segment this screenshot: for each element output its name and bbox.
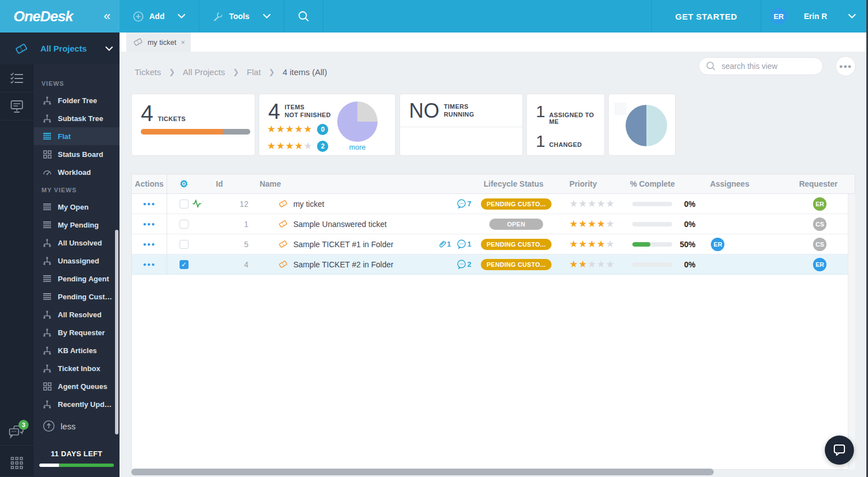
row-actions-button[interactable]: ●●● [143, 261, 156, 267]
view-search[interactable] [699, 57, 823, 75]
table-row[interactable]: ●●● 1 Sample Unanswered ticket [132, 214, 855, 234]
sidebar-item-pending-cust-[interactable]: Pending Cust… [34, 288, 120, 305]
header-requester[interactable]: Requester [785, 179, 855, 188]
comments-indicator[interactable]: 2 [457, 260, 471, 269]
view-options-button[interactable]: ●●● [835, 56, 856, 76]
sidebar-item-folder-tree[interactable]: Folder Tree [34, 91, 120, 109]
rail-tasks-button[interactable] [0, 64, 34, 92]
user-avatar[interactable]: CS [813, 217, 826, 231]
trial-days-left: 11 DAYS LEFT [34, 450, 120, 458]
row-checkbox[interactable] [180, 220, 189, 229]
comments-indicator[interactable]: 1 [457, 239, 471, 249]
header-name[interactable]: Name [253, 179, 477, 188]
sidebar-item-label: Ticket Inbox [58, 364, 100, 373]
user-avatar[interactable]: ER [770, 8, 787, 25]
ticket-name[interactable]: Sample TICKET #1 in Folder [293, 240, 393, 249]
sidebar-item-workload[interactable]: Workload [34, 163, 120, 181]
row-actions-button[interactable]: ●●● [143, 241, 156, 247]
view-search-input[interactable] [722, 62, 811, 71]
sidebar-item-all-unsolved[interactable]: All Unsolved [34, 234, 120, 252]
user-avatar[interactable]: CS [813, 238, 826, 251]
sidebar-item-label: Workload [58, 168, 91, 177]
user-avatar[interactable]: ER [813, 258, 826, 271]
global-search-button[interactable] [284, 0, 323, 33]
user-avatar[interactable]: ER [813, 197, 826, 211]
header-assignees[interactable]: Assignees [701, 179, 785, 188]
sidebar-item-agent-queues[interactable]: Agent Queues [34, 377, 120, 395]
flat-icon [42, 221, 53, 229]
sidebar-item-kb-articles[interactable]: KB Articles [34, 341, 120, 359]
show-less-button[interactable]: less [34, 420, 120, 432]
header-lifecycle-status[interactable]: Lifecycle Status [477, 179, 555, 188]
sidebar-item-by-requester[interactable]: By Requester [34, 323, 120, 341]
sidebar-item-my-pending[interactable]: My Pending [34, 216, 120, 234]
priority-stars[interactable]: ★★★★★ [570, 239, 615, 249]
breadcrumb-link[interactable]: Tickets [135, 67, 161, 77]
complete-progress-bar [632, 202, 672, 206]
requester-cell[interactable]: CS [785, 238, 855, 251]
horizontal-scrollbar[interactable] [131, 469, 714, 475]
attachments-indicator[interactable]: 1 [438, 240, 451, 248]
requester-cell[interactable]: ER [785, 258, 855, 271]
header-id[interactable]: Id [208, 179, 253, 188]
gear-icon[interactable]: ⚙ [180, 178, 188, 190]
sidebar-item-unassigned[interactable]: Unassigned [34, 252, 120, 270]
table-row[interactable]: ●●● 12 my ticket 7 P [132, 194, 855, 214]
add-menu-button[interactable]: Add [120, 0, 199, 33]
get-started-button[interactable]: GET STARTED [651, 0, 761, 33]
table-row[interactable]: ●●● ✓ 4 Sample TICKET #2 in Folder 2 [132, 254, 855, 275]
rail-apps-button[interactable] [0, 449, 34, 477]
priority-stars[interactable]: ★★★★★ [570, 219, 615, 229]
my-stats-card: 1 ASSIGNED TO ME 1 CHANGED [526, 94, 605, 156]
user-menu[interactable]: ER Erin R [761, 0, 868, 33]
row-actions-button[interactable]: ●●● [143, 221, 156, 227]
rail-board-button[interactable] [0, 92, 34, 121]
sidebar-item-recently-upd-[interactable]: Recently Upd… [34, 395, 120, 413]
sidebar-item-flat[interactable]: Flat [34, 127, 120, 145]
ticket-name[interactable]: my ticket [293, 200, 324, 209]
sidebar-scrollbar[interactable] [115, 230, 118, 434]
tab-my-ticket[interactable]: my ticket × [126, 33, 191, 52]
ticket-name[interactable]: Sample TICKET #2 in Folder [293, 260, 393, 269]
sidebar-item-all-resolved[interactable]: All Resolved [34, 305, 120, 323]
assignees-cell[interactable]: ER [701, 238, 785, 251]
requester-cell[interactable]: CS [785, 217, 855, 231]
priority-stars[interactable]: ★★★★★ [570, 198, 615, 209]
breadcrumb-link[interactable]: Flat [247, 67, 261, 77]
breadcrumb-link[interactable]: All Projects [183, 67, 225, 77]
sidebar-item-status-board[interactable]: Status Board [34, 145, 120, 163]
comments-indicator[interactable]: 7 [457, 199, 471, 209]
user-avatar[interactable]: ER [711, 238, 724, 251]
requester-cell[interactable]: ER [785, 197, 855, 211]
priority-stars[interactable]: ★★★★★ [570, 259, 615, 270]
tools-menu-button[interactable]: Tools [199, 0, 284, 33]
project-selector[interactable]: All Projects [0, 33, 120, 64]
complete-progress-bar [632, 222, 672, 226]
sidebar-item-my-open[interactable]: My Open [34, 198, 120, 216]
collapse-sidebar-button[interactable]: « [104, 9, 111, 24]
ticket-icon [278, 199, 288, 209]
row-checkbox[interactable]: ✓ [180, 260, 189, 269]
ticket-icon [278, 239, 288, 249]
sidebar-item-pending-agent[interactable]: Pending Agent [34, 270, 120, 288]
row-checkbox[interactable] [180, 240, 189, 249]
sidebar-item-label: All Unsolved [58, 239, 102, 247]
close-tab-icon[interactable]: × [181, 38, 185, 47]
row-checkbox[interactable] [180, 200, 189, 209]
rail-messenger-button[interactable]: 3 [0, 418, 34, 446]
header-priority[interactable]: Priority [555, 179, 626, 188]
sidebar-item-ticket-inbox[interactable]: Ticket Inbox [34, 359, 120, 377]
row-actions-button[interactable]: ●●● [143, 201, 156, 207]
table-row[interactable]: ●●● 5 Sample TICKET #1 in Folder 1 1 [132, 234, 855, 254]
chat-launcher-button[interactable] [825, 436, 854, 465]
tickets-table: Actions ⚙ Id Name Lifecycle Status Prior… [131, 174, 855, 470]
changed-stat: 1 CHANGED [527, 133, 604, 150]
header-complete[interactable]: % Complete [626, 179, 701, 188]
board-icon [42, 150, 53, 159]
sidebar-item-subtask-tree[interactable]: Subtask Tree [34, 109, 120, 127]
breadcrumb-row: Tickets❯All Projects❯Flat❯4 items (All) … [120, 52, 868, 92]
plus-circle-icon [133, 11, 144, 22]
more-link[interactable]: more [337, 143, 378, 151]
ticket-name[interactable]: Sample Unanswered ticket [293, 220, 387, 229]
sidebar-item-label: KB Articles [58, 346, 97, 355]
